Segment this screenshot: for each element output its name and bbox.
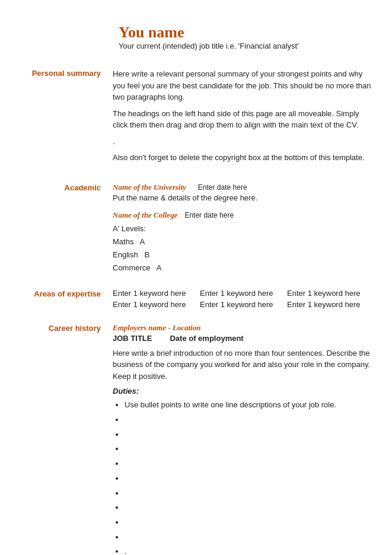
duties-label: Duties: <box>113 387 374 395</box>
duty-8 <box>125 500 374 515</box>
job-title: JOB TITLE <box>113 334 152 343</box>
keyword-2-1: Enter 1 keyword here <box>113 300 200 309</box>
career-section: Career history Employers name - Location… <box>18 323 374 555</box>
expertise-label: Areas of expertise <box>18 289 113 309</box>
university-date: Enter date here <box>198 183 247 192</box>
duty-9 <box>125 515 374 530</box>
expertise-section: Areas of expertise Enter 1 keyword here … <box>18 289 374 309</box>
expertise-content: Enter 1 keyword here Enter 1 keyword her… <box>113 289 374 309</box>
keyword-1-2: Enter 1 keyword here <box>200 289 287 298</box>
duty-2 <box>125 413 374 428</box>
personal-summary-label: Personal summary <box>18 68 113 168</box>
keyword-1-1: Enter 1 keyword here <box>113 289 200 298</box>
duty-7 <box>125 486 374 501</box>
subject-maths: Maths A <box>113 235 374 248</box>
personal-summary-p4: Also don't forget to delete the copyrigh… <box>113 152 374 164</box>
college-row: Name of the College Enter date here <box>113 210 374 220</box>
duty-5 <box>125 457 374 471</box>
personal-summary-p2: The headings on the left hand side of th… <box>113 108 374 131</box>
a-levels: A' Levels: Maths A English B Commerce A <box>113 222 374 275</box>
academic-label: Academic <box>18 183 113 275</box>
academic-section: Academic Name of the University Enter da… <box>18 183 374 275</box>
cv-page: You name Your current (intended) job tit… <box>0 0 392 555</box>
personal-summary-p1: Here write a relevant personal summary o… <box>113 68 374 103</box>
keyword-2-3: Enter 1 keyword here <box>287 300 374 309</box>
duty-11: . <box>125 544 374 555</box>
college-date: Enter date here <box>184 211 234 219</box>
header: You name Your current (intended) job tit… <box>119 24 374 50</box>
career-intro: Here write a brief introduction of no mo… <box>113 347 374 382</box>
subject-commerce: Commerce A <box>113 261 374 275</box>
college-name: Name of the College <box>113 210 177 220</box>
personal-summary-content: Here write a relevant personal summary o… <box>113 68 374 168</box>
employer-name: Employers name - Location <box>113 323 374 333</box>
cv-name: You name <box>119 24 374 42</box>
keywords-grid: Enter 1 keyword here Enter 1 keyword her… <box>113 289 374 309</box>
keyword-1-3: Enter 1 keyword here <box>287 289 374 298</box>
career-label: Career history <box>18 323 113 555</box>
personal-summary-p3: . <box>113 136 374 148</box>
university-degree: Put the name & details of the degree her… <box>113 193 374 202</box>
duty-1: Use bullet points to write one line desc… <box>125 398 374 413</box>
a-levels-label: A' Levels: <box>113 222 374 235</box>
duty-10 <box>125 530 374 545</box>
personal-summary-section: Personal summary Here write a relevant p… <box>18 68 374 168</box>
job-title-row: JOB TITLE Date of employment <box>113 334 374 343</box>
academic-content: Name of the University Enter date here P… <box>113 183 374 275</box>
university-name: Name of the University <box>113 183 186 192</box>
duties-list: Use bullet points to write one line desc… <box>113 398 374 555</box>
date-of-employment: Date of employment <box>170 334 243 343</box>
subject-english: English B <box>113 248 374 261</box>
career-content: Employers name - Location JOB TITLE Date… <box>113 323 374 555</box>
duty-4 <box>125 442 374 457</box>
university-row: Name of the University Enter date here <box>113 183 374 192</box>
cv-job-title: Your current (intended) job title i.e. '… <box>119 42 374 50</box>
keyword-2-2: Enter 1 keyword here <box>200 300 287 309</box>
duty-6 <box>125 471 374 486</box>
duty-3 <box>125 428 374 442</box>
